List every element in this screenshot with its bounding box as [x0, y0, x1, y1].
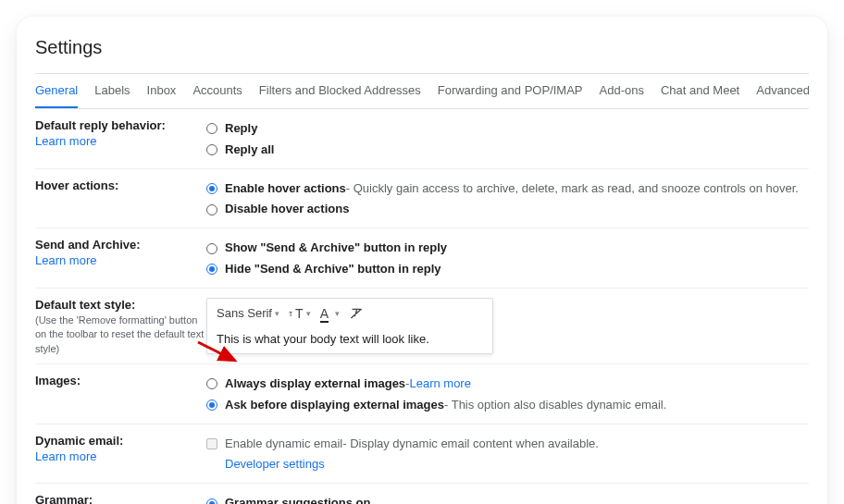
row-images: Images: Always display external images -… [35, 364, 809, 424]
text-color-button[interactable]: A ▾ [320, 306, 340, 321]
radio-grammar-on[interactable] [206, 498, 217, 504]
row-send-archive: Send and Archive: Learn more Show "Send … [35, 228, 809, 289]
radio-reply[interactable] [206, 123, 217, 134]
tab-chat[interactable]: Chat and Meet [661, 83, 739, 108]
radio-hide-send-archive[interactable] [206, 264, 217, 275]
clear-formatting-icon [349, 306, 364, 321]
tab-labels[interactable]: Labels [94, 83, 130, 108]
hint-text-style: (Use the 'Remove formatting' button on t… [35, 313, 206, 356]
tab-general[interactable]: General [35, 83, 78, 109]
radio-disable-hover[interactable] [206, 204, 217, 215]
settings-tabs: General Labels Inbox Accounts Filters an… [35, 73, 809, 109]
sample-text: This is what your body text will look li… [217, 332, 483, 346]
option-enable-hover-desc: - Quickly gain access to archive, delete… [346, 179, 799, 199]
option-enable-dynamic-desc: - Display dynamic email content when ava… [342, 435, 599, 454]
radio-enable-hover[interactable] [206, 183, 217, 194]
tab-inbox[interactable]: Inbox [147, 83, 177, 108]
font-size-icon: т [289, 309, 292, 318]
label-text-style: Default text style: [35, 298, 206, 312]
radio-ask-before-images[interactable] [206, 400, 217, 411]
option-enable-hover: Enable hover actions [225, 179, 346, 199]
text-color-icon: A [320, 306, 329, 321]
clear-formatting-button[interactable] [349, 306, 364, 321]
option-show-send-archive: Show "Send & Archive" button in reply [225, 239, 447, 258]
option-enable-dynamic: Enable dynamic email [225, 435, 342, 454]
tab-accounts[interactable]: Accounts [192, 83, 242, 108]
learn-more-send-archive[interactable]: Learn more [35, 253, 206, 267]
text-style-toolbar: Sans Serif ▾ тT ▾ A ▾ [217, 306, 483, 326]
option-always-display-images: Always display external images [225, 375, 405, 394]
label-dynamic-email: Dynamic email: [35, 434, 206, 448]
radio-always-display-images[interactable] [206, 378, 217, 389]
tab-forwarding[interactable]: Forwarding and POP/IMAP [438, 83, 583, 108]
caret-down-icon: ▾ [275, 309, 279, 318]
label-hover: Hover actions: [35, 178, 206, 192]
row-grammar: Grammar: Grammar suggestions on Grammar … [35, 484, 809, 504]
settings-panel: Settings General Labels Inbox Accounts F… [17, 17, 827, 504]
radio-reply-all[interactable] [206, 144, 217, 155]
learn-more-images[interactable]: Learn more [409, 375, 470, 394]
radio-show-send-archive[interactable] [206, 243, 217, 254]
tab-filters[interactable]: Filters and Blocked Addresses [259, 83, 421, 108]
label-grammar: Grammar: [35, 493, 206, 504]
caret-down-icon: ▾ [306, 309, 311, 318]
option-hide-send-archive: Hide "Send & Archive" button in reply [225, 260, 441, 279]
label-send-archive: Send and Archive: [35, 238, 206, 252]
font-family-label: Sans Serif [217, 306, 272, 320]
text-style-box: Sans Serif ▾ тT ▾ A ▾ This is wha [206, 298, 493, 354]
label-default-reply: Default reply behavior: [35, 118, 206, 132]
row-text-style: Default text style: (Use the 'Remove for… [35, 289, 809, 364]
developer-settings-link[interactable]: Developer settings [225, 455, 325, 474]
option-ask-before-images: Ask before displaying external images [225, 396, 444, 415]
option-reply-all: Reply all [225, 141, 274, 160]
font-size-button[interactable]: тT ▾ [289, 306, 311, 321]
label-images: Images: [35, 374, 206, 387]
learn-more-reply[interactable]: Learn more [35, 134, 206, 148]
page-title: Settings [35, 37, 809, 58]
option-grammar-on: Grammar suggestions on [225, 494, 370, 504]
row-hover-actions: Hover actions: Enable hover actions - Qu… [35, 169, 809, 229]
learn-more-dynamic[interactable]: Learn more [35, 449, 206, 463]
tab-advanced[interactable]: Advanced [756, 83, 809, 108]
row-default-reply: Default reply behavior: Learn more Reply… [35, 109, 809, 169]
row-dynamic-email: Dynamic email: Learn more Enable dynamic… [35, 424, 809, 485]
tab-addons[interactable]: Add-ons [600, 83, 644, 108]
option-reply: Reply [225, 119, 257, 139]
option-disable-hover: Disable hover actions [225, 200, 349, 219]
option-ask-before-images-desc: - This option also disables dynamic emai… [444, 396, 666, 415]
caret-down-icon: ▾ [335, 309, 340, 318]
checkbox-enable-dynamic[interactable] [206, 438, 217, 449]
font-family-button[interactable]: Sans Serif ▾ [217, 306, 279, 320]
